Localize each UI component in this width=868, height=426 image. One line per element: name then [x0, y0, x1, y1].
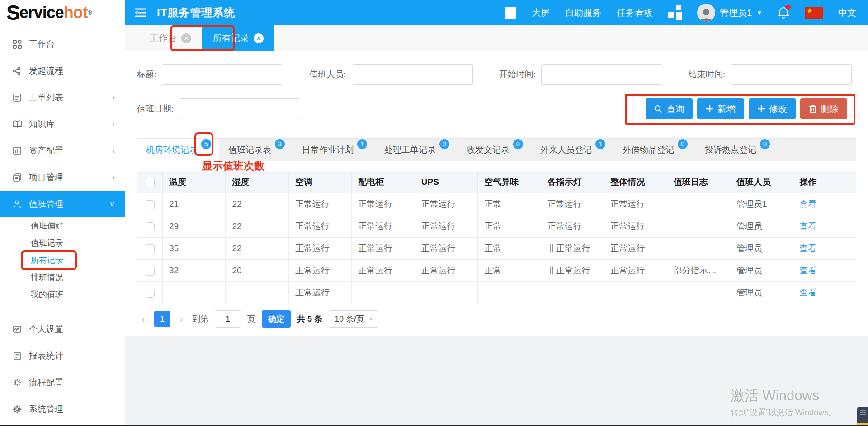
close-icon[interactable]: ✕	[181, 33, 191, 43]
notification-bell-icon[interactable]	[778, 6, 789, 19]
sidebar-item-6[interactable]: 值班管理∨	[0, 191, 125, 217]
content-panel: 显示值班次数 标题:值班人员:开始时间:结束时间: 值班日期: 查询新增修改删除…	[125, 51, 868, 336]
filter-field-input[interactable]	[731, 64, 852, 85]
record-tab-3[interactable]: 处理工单记录0	[375, 139, 458, 161]
count-badge: 1	[594, 138, 606, 150]
next-page-icon[interactable]: ›	[177, 314, 186, 324]
count-badge: 1	[356, 138, 368, 150]
user-menu[interactable]: 管理员1 ▼	[697, 4, 762, 22]
view-link[interactable]: 查看	[800, 221, 817, 231]
submenu-item-2[interactable]: 所有记录	[0, 252, 125, 269]
add-button[interactable]: 新增	[697, 98, 744, 119]
view-link[interactable]: 查看	[800, 266, 817, 275]
record-tab-2[interactable]: 日常作业计划1	[293, 139, 375, 161]
record-tab-6[interactable]: 外借物品登记0	[613, 139, 696, 161]
apps-grid-icon[interactable]	[668, 5, 682, 20]
field-duty-date: 值班日期:	[137, 98, 300, 119]
sidebar-item-10[interactable]: 系统管理	[0, 396, 125, 422]
record-tab-label: 日常作业计划	[302, 144, 354, 156]
table-cell: 正常运行	[415, 238, 477, 260]
row-checkbox[interactable]	[146, 244, 155, 253]
delete-button[interactable]: 删除	[800, 98, 847, 119]
filter-field-2: 开始时间:	[499, 64, 662, 85]
table-cell: 正常	[478, 238, 541, 260]
page-size-select[interactable]: 10 条/页 ˅	[329, 310, 378, 328]
count-badge: 0	[512, 138, 524, 150]
pagination-bar: ‹ 1 › 到第 页 确定 共 5 条 10 条/页 ˅	[137, 304, 856, 336]
table-cell: 正常运行	[415, 215, 477, 238]
sidebar-item-9[interactable]: 流程配置	[0, 369, 125, 396]
table-cell: 管理员	[730, 260, 793, 282]
sidebar-item-label: 报表统计	[29, 350, 115, 362]
record-tab-label: 收发文记录	[467, 144, 509, 156]
menu-item-taskboard[interactable]: 任务看板	[617, 7, 653, 19]
menu-item-selfservice[interactable]: 自助服务	[565, 7, 601, 19]
row-checkbox[interactable]	[146, 289, 155, 298]
table-cell	[415, 282, 477, 304]
goto-page-input[interactable]	[215, 310, 241, 328]
prev-page-icon[interactable]: ‹	[139, 314, 148, 324]
book-icon	[12, 119, 23, 130]
submenu-item-1[interactable]: 值班记录	[0, 234, 125, 252]
sidebar-collapse-icon[interactable]	[134, 7, 147, 18]
corner-widget[interactable]	[857, 407, 868, 425]
record-tab-5[interactable]: 外来人员登记1	[531, 139, 613, 161]
table-cell: 正常运行	[288, 215, 351, 238]
edit-button[interactable]: 修改	[749, 98, 796, 119]
submenu-item-3[interactable]: 排班情况	[0, 269, 125, 286]
open-tabs-bar: 工作台✕所有记录✕	[125, 25, 868, 51]
submenu-item-0[interactable]: 值班偏好	[0, 217, 125, 234]
sidebar-item-1[interactable]: 发起流程	[0, 57, 125, 84]
column-header: 整体情况	[604, 171, 667, 193]
table-row: 3522正常运行正常运行正常运行正常非正常运行正常运行管理员查看	[137, 238, 856, 260]
sidebar-item-2[interactable]: 工单列表‹	[0, 84, 125, 111]
chevron-down-icon: ▼	[756, 9, 762, 16]
record-tab-1[interactable]: 值班记录表3	[219, 139, 293, 161]
china-flag-icon[interactable]: ★	[805, 7, 823, 19]
page-number-button[interactable]: 1	[154, 311, 170, 327]
language-switcher[interactable]: 中文	[838, 7, 856, 19]
window-tab-0[interactable]: 工作台✕	[139, 25, 202, 51]
monitor-icon	[12, 324, 23, 335]
table-cell: 22	[226, 215, 288, 238]
sidebar-item-5[interactable]: 项目管理‹	[0, 164, 125, 191]
select-all-checkbox[interactable]	[146, 178, 155, 187]
confirm-page-button[interactable]: 确定	[262, 310, 291, 328]
record-tab-7[interactable]: 投诉热点登记0	[696, 139, 778, 161]
close-icon[interactable]: ✕	[254, 33, 264, 43]
sidebar-item-label: 流程配置	[29, 377, 115, 389]
view-link[interactable]: 查看	[800, 199, 817, 209]
view-link[interactable]: 查看	[800, 243, 817, 253]
table-cell: 管理员1	[730, 193, 793, 215]
filter-field-input[interactable]	[352, 64, 473, 85]
sidebar-item-label: 个人设置	[29, 323, 115, 335]
search-button[interactable]: 查询	[646, 98, 693, 119]
sidebar-item-8[interactable]: 报表统计	[0, 342, 125, 369]
submenu-item-4[interactable]: 我的值班	[0, 286, 125, 303]
filter-field-input[interactable]	[541, 64, 662, 85]
record-tab-4[interactable]: 收发文记录0	[458, 139, 531, 161]
table-cell	[352, 282, 415, 304]
row-checkbox[interactable]	[146, 200, 155, 209]
table-cell: 正常运行	[288, 260, 351, 282]
menu-item-dashboard[interactable]: 大屏	[532, 7, 550, 19]
servicehot-logo[interactable]: Servicehot®	[0, 0, 125, 25]
duty-date-input[interactable]	[179, 98, 300, 119]
view-link[interactable]: 查看	[800, 288, 817, 297]
sidebar-item-4[interactable]: 资产配置‹	[0, 137, 125, 164]
sidebar-item-7[interactable]: 个人设置	[0, 316, 125, 342]
row-checkbox[interactable]	[146, 222, 155, 231]
table-cell	[667, 282, 730, 304]
row-checkbox[interactable]	[146, 267, 155, 276]
filter-field-input[interactable]	[162, 64, 283, 85]
record-tab-0[interactable]: 机房环境记录5	[137, 139, 219, 161]
windows-watermark: 激活 Windows 转到“设置”以激活 Windows。	[731, 386, 836, 418]
window-tab-1[interactable]: 所有记录✕	[202, 25, 274, 51]
table-cell: 21	[163, 193, 226, 215]
column-header: UPS	[415, 171, 477, 193]
sidebar-item-0[interactable]: 工作台	[0, 31, 125, 57]
sidebar-item-3[interactable]: 知识库‹	[0, 111, 125, 137]
window-tab-label: 所有记录	[213, 32, 249, 44]
table-cell: 正常	[478, 193, 541, 215]
fullscreen-icon[interactable]	[505, 7, 516, 19]
